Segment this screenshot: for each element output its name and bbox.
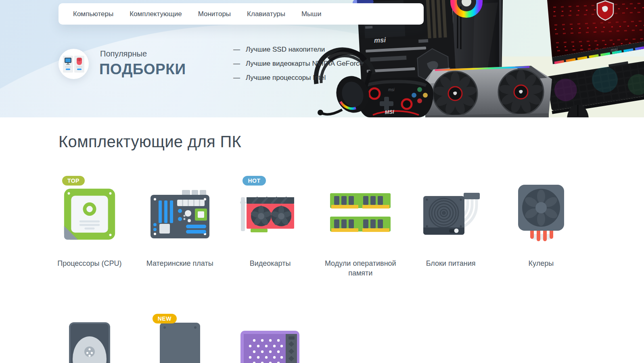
category-card-sound-cards[interactable]: [225, 315, 316, 363]
motherboard-brand-text: msi: [374, 36, 387, 45]
page-title: Комплектующие для ПК: [59, 132, 644, 151]
cpu-icon: [62, 187, 117, 242]
ssd-icon: SSD: [159, 322, 201, 363]
category-card-coolers[interactable]: Кулеры: [496, 177, 586, 278]
hot-badge: HOT: [243, 176, 266, 186]
category-label: Видеокарты: [250, 259, 291, 268]
hero-link-ssd[interactable]: — Лучшие SSD накопители: [233, 45, 363, 54]
category-card-ram[interactable]: Модули оперативной памяти: [315, 177, 406, 278]
new-badge: NEW: [153, 314, 177, 323]
nav-item-mice[interactable]: Мыши: [293, 10, 330, 18]
category-label: Блоки питания: [426, 259, 476, 268]
nav-item-keyboards[interactable]: Клавиатуры: [239, 10, 293, 18]
category-card-processors[interactable]: TOP Процессоры (CPU): [44, 177, 135, 278]
category-label: Модули оперативной памяти: [324, 259, 396, 278]
nav-item-components[interactable]: Комплектующие: [121, 10, 190, 18]
monitor-and-mouse-cards-icon: [59, 49, 89, 79]
dash-bullet: —: [233, 73, 246, 82]
hero-links: — Лучшие SSD накопители — Лучшие видеока…: [233, 45, 363, 88]
nav-item-computers[interactable]: Компьютеры: [65, 10, 121, 18]
category-card-motherboards[interactable]: Материнские платы: [135, 177, 225, 278]
category-card-psu[interactable]: Блоки питания: [406, 177, 496, 278]
sound-card-icon: [240, 328, 300, 363]
category-label: Процессоры (CPU): [57, 259, 121, 268]
nav-item-monitors[interactable]: Мониторы: [190, 10, 239, 18]
category-card-gpus[interactable]: HOT: [225, 177, 316, 278]
hero-link-label: Лучшие процессоры Intel: [246, 73, 326, 82]
hero-link-cpu[interactable]: — Лучшие процессоры Intel: [233, 73, 363, 82]
top-badge: TOP: [62, 176, 85, 186]
category-label: Материнские платы: [146, 259, 213, 268]
hdd-icon: [69, 322, 111, 363]
category-label: Кулеры: [529, 259, 554, 268]
category-card-hdd[interactable]: [44, 315, 135, 363]
msi-shield-logo: [597, 1, 613, 20]
psu-icon: [421, 190, 481, 238]
hero-link-label: Лучшие SSD накопители: [246, 45, 325, 54]
hero-link-label: Лучшие видеокарты NVIDIA GeForce: [246, 59, 363, 68]
category-grid: TOP Процессоры (CPU): [44, 177, 644, 363]
hero-eyebrow: Популярные: [100, 49, 147, 58]
dash-bullet: —: [233, 45, 246, 54]
gamepad-logo-small: msi: [388, 88, 395, 92]
category-card-ssd[interactable]: NEW SSD: [135, 315, 225, 363]
main-navigation: Компьютеры Комплектующие Мониторы Клавиа…: [59, 3, 424, 25]
gpu-icon: [239, 193, 301, 235]
ssd-icon-text: SSD: [164, 361, 195, 363]
cooler-icon: [517, 184, 565, 244]
ram-icon: [330, 192, 391, 237]
hero-title: ПОДБОРКИ: [99, 61, 186, 78]
gamepad-brand-text: MSI: [385, 108, 394, 115]
motherboard-icon: [150, 189, 210, 239]
hero-link-gpu[interactable]: — Лучшие видеокарты NVIDIA GeForce: [233, 59, 363, 68]
hero-banner: msi msi: [0, 0, 644, 117]
msi-graphics-card: [423, 66, 552, 117]
dash-bullet: —: [233, 59, 246, 68]
